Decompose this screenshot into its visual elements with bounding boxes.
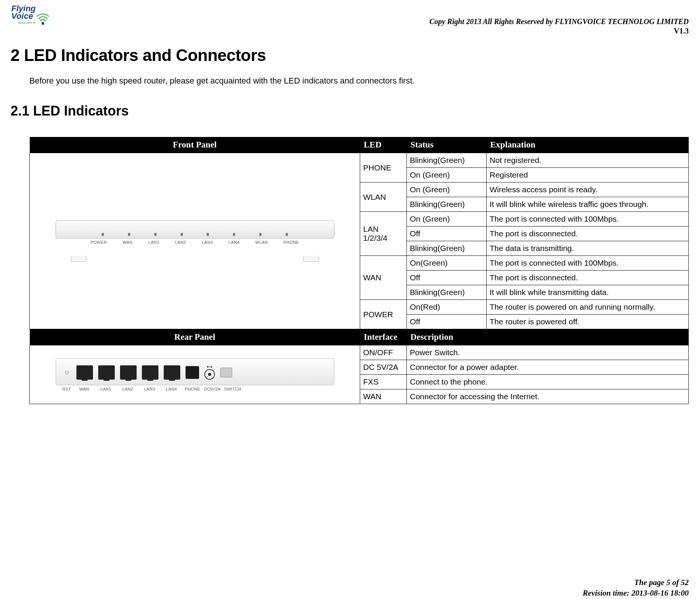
led-lan: LAN 1/2/3/4	[360, 212, 407, 256]
front-header-row: Front Panel LED Status Explanation	[30, 137, 689, 153]
led-table: Front Panel LED Status Explanation POWER…	[29, 137, 689, 404]
page-footer: The page 5 of 52 Revision time: 2013-08-…	[583, 578, 689, 598]
front-panel-diagram-cell: POWER WAN LAN1 LAN2 LAN3 LAN4 WLAN PHONE	[30, 153, 360, 329]
hdr-front-panel: Front Panel	[30, 137, 360, 153]
page-number: The page 5 of 52	[583, 578, 689, 588]
version: V1.3	[429, 27, 689, 35]
rear-panel-diagram: RST WAN LAN1 LAN2 LAN3 LAN4 PHONE DC5V2A…	[56, 358, 334, 391]
led-wan: WAN	[360, 256, 407, 300]
intro-text: Before you use the high speed router, pl…	[29, 76, 689, 86]
logo: Flying Voice Voice over IP	[11, 3, 52, 26]
rear-panel-diagram-cell: RST WAN LAN1 LAN2 LAN3 LAN4 PHONE DC5V2A…	[30, 345, 360, 404]
subsection-title: 2.1 LED Indicators	[11, 103, 689, 119]
revision-time: Revision time: 2013-08-16 18:00	[583, 588, 689, 598]
hdr-explanation: Explanation	[487, 137, 689, 153]
hdr-led: LED	[360, 137, 407, 153]
section-title: 2 LED Indicators and Connectors	[11, 46, 689, 65]
hdr-interface: Interface	[360, 329, 407, 345]
status: Blinking(Green)	[407, 153, 487, 168]
explanation: Not registered.	[487, 153, 689, 168]
front-panel-diagram: POWER WAN LAN1 LAN2 LAN3 LAN4 WLAN PHONE	[56, 220, 334, 262]
hdr-description: Description	[407, 329, 689, 345]
svg-point-5	[211, 366, 212, 368]
iface-dc: DC 5V/2A	[360, 360, 407, 375]
iface-onoff: ON/OFF	[360, 345, 407, 360]
led-wlan: WLAN	[360, 182, 407, 212]
led-phone: PHONE	[360, 153, 407, 182]
svg-point-4	[207, 366, 208, 368]
hdr-status: Status	[407, 137, 487, 153]
svg-text:Voice over IP: Voice over IP	[18, 21, 36, 24]
iface-fxs: FXS	[360, 375, 407, 389]
svg-rect-3	[42, 22, 44, 25]
svg-text:Voice: Voice	[11, 11, 33, 21]
hdr-rear-panel: Rear Panel	[30, 329, 360, 345]
rear-header-row: Rear Panel Interface Description	[30, 329, 689, 345]
page-header: Flying Voice Voice over IP Copy Right 20…	[11, 3, 689, 35]
iface-wan: WAN	[360, 389, 407, 404]
copyright: Copy Right 2013 All Rights Reserved by F…	[429, 17, 689, 26]
led-power: POWER	[360, 300, 407, 329]
